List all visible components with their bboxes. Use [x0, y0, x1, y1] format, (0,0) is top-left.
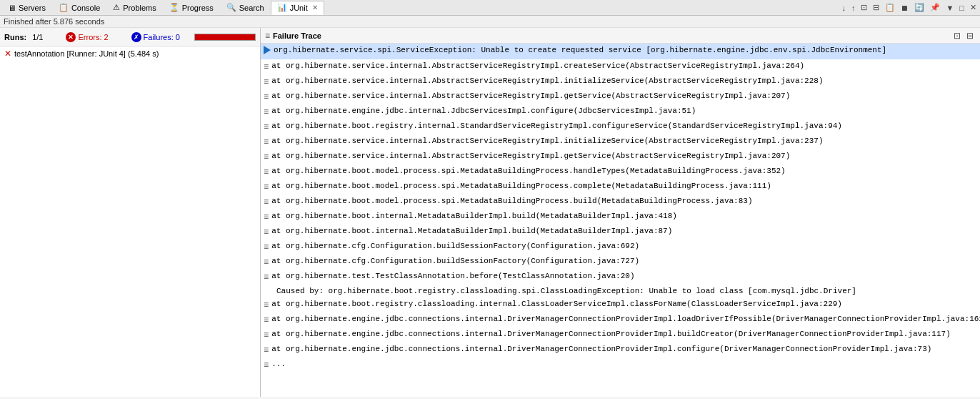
layout1-btn[interactable]: ⊡ — [859, 2, 869, 13]
left-panel: Runs: 1/1 ✕ Errors: 2 ✗ Failures: 0 ✕ te… — [0, 28, 261, 397]
trace-text: at org.hibernate.engine.jdbc.internal.Jd… — [271, 105, 696, 117]
errors-badge: ✕ Errors: 2 — [66, 32, 108, 42]
trace-item[interactable]: at org.hibernate.service.internal.Abstra… — [261, 59, 980, 74]
stack-icon — [264, 167, 269, 179]
progress-bar-fill — [195, 34, 255, 40]
trace-item[interactable]: at org.hibernate.test.TestClassAnnotatio… — [261, 270, 980, 285]
trace-item[interactable]: at org.hibernate.cfg.Configuration.build… — [261, 240, 980, 255]
trace-item[interactable]: at org.hibernate.engine.jdbc.connections… — [261, 343, 980, 358]
stack-icon — [264, 227, 269, 239]
toolbar-right: ↓ ↑ ⊡ ⊟ 📋 ⏹ 🔄 📌 ▼ □ ✕ — [839, 2, 979, 13]
exception-icon — [264, 46, 271, 59]
tab-console[interactable]: 📋 Console — [52, 1, 106, 15]
copy-btn[interactable]: 📋 — [883, 2, 897, 13]
trace-item[interactable]: at org.hibernate.boot.internal.MetadataB… — [261, 210, 980, 225]
stack-icon — [264, 182, 269, 194]
trace-item[interactable]: ... — [261, 358, 980, 373]
trace-text: org.hibernate.service.spi.ServiceExcepti… — [274, 44, 886, 56]
trace-item[interactable]: at org.hibernate.boot.model.process.spi.… — [261, 164, 980, 179]
trace-item[interactable]: at org.hibernate.boot.registry.classload… — [261, 297, 980, 312]
tab-bar: 🖥 Servers 📋 Console ⚠ Problems ⏳ Progres… — [0, 0, 980, 16]
scroll-down-btn[interactable]: ↓ — [839, 3, 848, 13]
trace-item[interactable]: at org.hibernate.boot.registry.internal.… — [261, 119, 980, 134]
stack-icon — [264, 300, 269, 312]
runs-bar: Runs: 1/1 ✕ Errors: 2 ✗ Failures: 0 — [0, 28, 260, 46]
trace-item[interactable]: at org.hibernate.boot.model.process.spi.… — [261, 179, 980, 194]
tab-progress[interactable]: ⏳ Progress — [163, 1, 220, 15]
runs-value: 1/1 — [32, 33, 43, 41]
trace-item[interactable]: org.hibernate.service.spi.ServiceExcepti… — [261, 44, 980, 59]
trace-text: at org.hibernate.cfg.Configuration.build… — [271, 255, 639, 267]
tab-junit-close[interactable]: ✕ — [312, 4, 318, 11]
trace-item[interactable]: at org.hibernate.boot.model.process.spi.… — [261, 194, 980, 210]
tab-progress-label: Progress — [182, 4, 214, 12]
stack-icon — [264, 137, 269, 149]
failure-trace-title: Failure Trace — [273, 31, 321, 40]
dropdown-btn[interactable]: ▼ — [944, 3, 956, 13]
scroll-up-btn[interactable]: ↑ — [849, 3, 858, 13]
tab-servers[interactable]: 🖥 Servers — [1, 1, 52, 15]
trace-text: at org.hibernate.test.TestClassAnnotatio… — [271, 270, 634, 282]
progress-icon: ⏳ — [169, 3, 179, 12]
servers-icon: 🖥 — [8, 4, 16, 12]
trace-item[interactable]: at org.hibernate.engine.jdbc.internal.Jd… — [261, 104, 980, 119]
close-view-btn[interactable]: ✕ — [968, 2, 979, 13]
right-panel: ≡ Failure Trace ⊡ ⊟ org.hibernate.servic… — [261, 28, 980, 397]
trace-item[interactable]: at org.hibernate.engine.jdbc.connections… — [261, 312, 980, 327]
test-item-label: testAnnotation [Runner: JUnit 4] (5.484 … — [14, 49, 159, 58]
stack-icon — [264, 242, 269, 254]
trace-text: at org.hibernate.boot.registry.internal.… — [271, 120, 842, 132]
trace-text: at org.hibernate.boot.registry.classload… — [271, 298, 842, 310]
stop-btn[interactable]: ⏹ — [899, 3, 911, 13]
failures-icon: ✗ — [131, 32, 141, 42]
test-list[interactable]: ✕ testAnnotation [Runner: JUnit 4] (5.48… — [0, 46, 260, 397]
stack-icon — [264, 257, 269, 269]
stack-icon — [264, 152, 269, 164]
status-text: Finished after 5.876 seconds — [4, 17, 104, 26]
trace-text: at org.hibernate.boot.internal.MetadataB… — [271, 225, 672, 237]
stack-icon — [264, 197, 269, 209]
tab-problems[interactable]: ⚠ Problems — [106, 1, 162, 15]
problems-icon: ⚠ — [113, 3, 120, 12]
trace-text: at org.hibernate.engine.jdbc.connections… — [271, 328, 951, 340]
trace-text: at org.hibernate.service.internal.Abstra… — [271, 135, 823, 147]
trace-text: at org.hibernate.engine.jdbc.connections… — [271, 343, 931, 355]
tab-junit[interactable]: 📊 JUnit ✕ — [271, 1, 324, 15]
layout2-btn[interactable]: ⊟ — [871, 2, 881, 13]
trace-item[interactable]: at org.hibernate.service.internal.Abstra… — [261, 74, 980, 89]
search-icon: 🔍 — [226, 3, 236, 12]
svg-marker-0 — [264, 46, 271, 54]
pin-btn[interactable]: 📌 — [928, 2, 942, 13]
tab-problems-label: Problems — [123, 4, 156, 12]
header-right-btns: ⊡ ⊟ — [951, 30, 976, 41]
trace-item[interactable]: at org.hibernate.engine.jdbc.connections… — [261, 327, 980, 343]
trace-item[interactable]: at org.hibernate.service.internal.Abstra… — [261, 134, 980, 149]
trace-list[interactable]: org.hibernate.service.spi.ServiceExcepti… — [261, 44, 980, 397]
test-item[interactable]: ✕ testAnnotation [Runner: JUnit 4] (5.48… — [0, 46, 260, 61]
main-area: Runs: 1/1 ✕ Errors: 2 ✗ Failures: 0 ✕ te… — [0, 28, 980, 397]
tab-search[interactable]: 🔍 Search — [220, 1, 271, 15]
stack-icon — [264, 122, 269, 134]
failures-value: 0 — [176, 33, 180, 41]
stack-icon — [264, 360, 269, 372]
trace-item[interactable]: at org.hibernate.boot.internal.MetadataB… — [261, 225, 980, 240]
stack-icon — [264, 212, 269, 224]
trace-text: at org.hibernate.boot.model.process.spi.… — [271, 165, 786, 177]
trace-item[interactable]: at org.hibernate.service.internal.Abstra… — [261, 149, 980, 164]
test-error-icon: ✕ — [4, 49, 11, 59]
expand-trace-btn[interactable]: ⊡ — [951, 30, 963, 41]
progress-bar-container — [194, 34, 256, 41]
stack-icon — [264, 61, 269, 74]
trace-item[interactable]: at org.hibernate.cfg.Configuration.build… — [261, 255, 980, 270]
trace-text: at org.hibernate.cfg.Configuration.build… — [271, 240, 639, 252]
collapse-trace-btn[interactable]: ⊟ — [964, 30, 976, 41]
maximize-btn[interactable]: □ — [957, 3, 966, 13]
refresh-btn[interactable]: 🔄 — [912, 2, 926, 13]
status-bar: Finished after 5.876 seconds — [0, 16, 980, 28]
trace-item[interactable]: at org.hibernate.service.internal.Abstra… — [261, 89, 980, 104]
trace-text: at org.hibernate.service.internal.Abstra… — [271, 150, 790, 162]
tab-search-label: Search — [239, 4, 264, 12]
stack-icon — [264, 315, 269, 327]
trace-text: at org.hibernate.service.internal.Abstra… — [271, 90, 790, 102]
stack-icon — [264, 107, 269, 119]
